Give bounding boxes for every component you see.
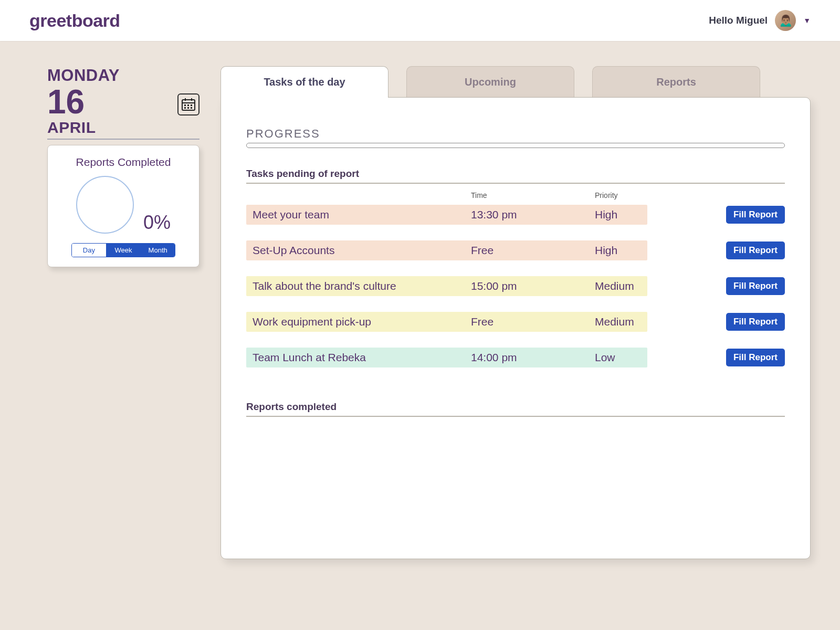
calendar-icon[interactable] [177, 93, 200, 116]
card-title: Reports Completed [55, 156, 192, 169]
svg-rect-5 [184, 107, 186, 109]
task-pill: Meet your team13:30 pmHigh [246, 205, 647, 225]
task-name: Set-Up Accounts [253, 244, 471, 257]
task-time: Free [471, 244, 595, 257]
chevron-down-icon[interactable]: ▼ [803, 16, 811, 25]
tab-upcoming[interactable]: Upcoming [406, 66, 574, 98]
task-row: Meet your team13:30 pmHighFill Report [246, 205, 785, 225]
user-greeting: Hello Miguel [709, 15, 768, 26]
day-number: 16 [47, 85, 85, 119]
task-time: 15:00 pm [471, 280, 595, 292]
avatar[interactable]: 🙍🏽‍♂️ [775, 10, 796, 31]
task-name: Meet your team [253, 208, 471, 221]
col-priority: Priority [595, 191, 658, 200]
svg-rect-4 [191, 104, 192, 106]
svg-rect-2 [184, 104, 186, 106]
task-pill: Talk about the brand's culture15:00 pmMe… [246, 276, 647, 296]
range-toggle: Day Week Month [71, 243, 175, 257]
tabs: Tasks of the day Upcoming Reports [220, 66, 811, 98]
svg-rect-3 [187, 104, 189, 106]
date-block: MONDAY 16 APRIL [47, 66, 200, 140]
fill-report-button[interactable]: Fill Report [726, 206, 785, 224]
tab-reports[interactable]: Reports [592, 66, 760, 98]
task-time: 13:30 pm [471, 208, 595, 221]
month-name: APRIL [47, 119, 200, 140]
main: Tasks of the day Upcoming Reports PROGRE… [220, 66, 811, 559]
task-priority: High [595, 244, 617, 257]
top-bar: greetboard Hello Miguel 🙍🏽‍♂️ ▼ [0, 0, 840, 41]
fill-report-button[interactable]: Fill Report [726, 349, 785, 366]
task-priority: Low [595, 351, 615, 364]
svg-rect-7 [191, 107, 192, 109]
panel: PROGRESS Tasks pending of report Time Pr… [220, 97, 811, 559]
pending-heading: Tasks pending of report [246, 168, 785, 184]
range-week[interactable]: Week [106, 244, 141, 257]
user-menu[interactable]: Hello Miguel 🙍🏽‍♂️ ▼ [709, 10, 811, 31]
fill-report-button[interactable]: Fill Report [726, 313, 785, 331]
progress-bar [246, 143, 785, 148]
task-pill: Work equipment pick-upFreeMedium [246, 312, 647, 332]
svg-rect-6 [187, 107, 189, 109]
task-name: Work equipment pick-up [253, 316, 471, 328]
range-day[interactable]: Day [72, 244, 106, 257]
task-time: Free [471, 316, 595, 328]
column-headers: Time Priority [246, 189, 785, 205]
task-priority: Medium [595, 280, 634, 292]
task-row: Set-Up AccountsFreeHighFill Report [246, 240, 785, 260]
task-row: Work equipment pick-upFreeMediumFill Rep… [246, 312, 785, 332]
col-time: Time [471, 191, 595, 200]
task-list: Meet your team13:30 pmHighFill ReportSet… [246, 205, 785, 368]
task-row: Talk about the brand's culture15:00 pmMe… [246, 276, 785, 296]
progress-percent: 0% [143, 212, 171, 234]
progress-gauge [76, 176, 134, 234]
range-month[interactable]: Month [140, 244, 175, 257]
app-logo: greetboard [29, 10, 120, 31]
progress-label: PROGRESS [246, 127, 785, 141]
reports-completed-card: Reports Completed 0% Day Week Month [47, 145, 200, 267]
completed-heading: Reports completed [246, 401, 785, 417]
sidebar: MONDAY 16 APRIL Reports Completed [47, 66, 200, 559]
task-row: Team Lunch at Rebeka14:00 pmLowFill Repo… [246, 348, 785, 368]
fill-report-button[interactable]: Fill Report [726, 277, 785, 295]
task-time: 14:00 pm [471, 351, 595, 364]
day-name: MONDAY [47, 66, 200, 85]
task-name: Team Lunch at Rebeka [253, 351, 471, 364]
task-pill: Team Lunch at Rebeka14:00 pmLow [246, 348, 647, 368]
fill-report-button[interactable]: Fill Report [726, 242, 785, 259]
tab-tasks[interactable]: Tasks of the day [220, 66, 388, 98]
task-priority: High [595, 208, 617, 221]
task-priority: Medium [595, 316, 634, 328]
task-name: Talk about the brand's culture [253, 280, 471, 292]
task-pill: Set-Up AccountsFreeHigh [246, 240, 647, 260]
